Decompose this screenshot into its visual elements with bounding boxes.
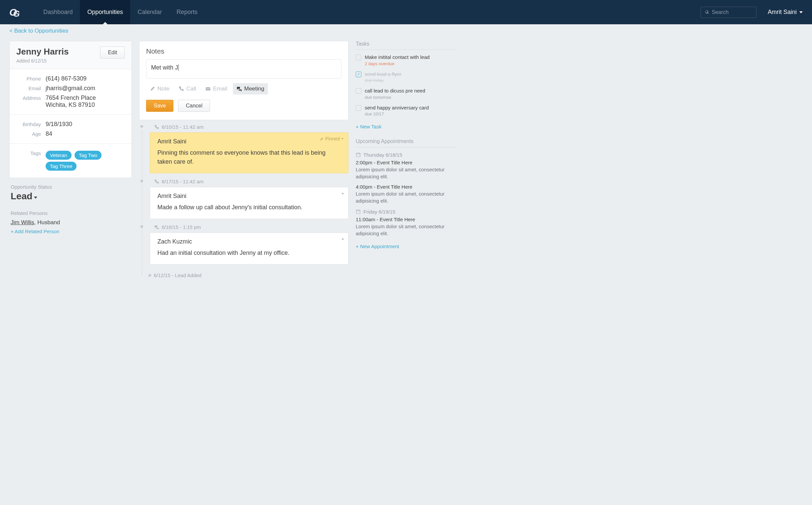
note-type-email[interactable]: Email xyxy=(202,83,231,95)
notes-title: Notes xyxy=(146,47,341,55)
task-checkbox[interactable] xyxy=(356,88,361,94)
tasks-section: Tasks Make initital contact with lead2 d… xyxy=(356,41,457,130)
appointment-date: Thursday 6/18/15 xyxy=(356,152,457,158)
notes-card: Notes Met with J Note Call Email Meeting xyxy=(139,41,348,120)
related-persons: Related Persons Jim Willis, Husband + Ad… xyxy=(9,208,132,237)
tag-pill[interactable]: Tag Two xyxy=(74,151,102,160)
appointment-title: 4:00pm - Event Title Here xyxy=(356,184,457,190)
appointment-item: 2:00pm - Event Title HereLorem ipsum dol… xyxy=(356,160,457,180)
birthday-value: 9/18/1930 xyxy=(45,121,124,128)
timeline-card-menu[interactable] xyxy=(341,235,344,241)
task-item: Make initital contact with lead2 days ov… xyxy=(356,54,457,66)
tags-list: Veteran Tag Two Tag Three xyxy=(45,150,124,172)
timeline-meta: 6/16/15 - 1:15 pm xyxy=(162,224,201,230)
birthday-label: Birthday xyxy=(17,121,45,127)
email-label: Email xyxy=(17,85,45,91)
timeline-card-pinned: Pinned Amrit Saini Pinning this comment … xyxy=(150,132,348,173)
pinned-indicator[interactable]: Pinned xyxy=(319,136,343,141)
chevron-down-icon xyxy=(341,193,344,195)
related-person: Jim Willis, Husband xyxy=(11,219,131,226)
search-input[interactable] xyxy=(712,9,752,15)
age-value: 84 xyxy=(45,130,124,137)
appointment-desc: Lorem ipsum dolor sit amet, consectetur … xyxy=(356,223,457,237)
calendar-icon xyxy=(356,209,361,214)
contact-name: Jenny Harris xyxy=(16,46,69,57)
nav-tabs: Dashboard Opportunities Calendar Reports xyxy=(36,0,205,24)
timeline-card: Zach Kuzmic Had an initial consultation … xyxy=(150,232,348,265)
nav-tab-reports[interactable]: Reports xyxy=(169,0,205,24)
task-item: ✓ send lead a flyerdue today xyxy=(356,71,457,83)
age-label: Age xyxy=(17,130,45,137)
timeline-body: Had an initial consultation with Jenny a… xyxy=(157,248,341,258)
edit-button[interactable]: Edit xyxy=(100,46,125,58)
nav-tab-calendar[interactable]: Calendar xyxy=(130,0,169,24)
tags-label: Tags xyxy=(17,150,45,156)
cancel-button[interactable]: Cancel xyxy=(178,100,210,112)
task-item: send happy anniversary carddue 10/17 xyxy=(356,105,457,117)
chat-icon xyxy=(236,86,242,92)
pencil-icon xyxy=(150,86,155,92)
timeline: 6/10/15 - 11:42 am Pinned Amrit Saini Pi… xyxy=(139,124,348,278)
timeline-author: Zach Kuzmic xyxy=(157,238,341,245)
related-title: Related Persons xyxy=(11,210,131,216)
timeline-card-menu[interactable] xyxy=(341,190,344,196)
appointment-date: Friday 6/19/15 xyxy=(356,209,457,214)
task-checkbox[interactable] xyxy=(356,105,361,111)
phone-icon xyxy=(154,179,159,184)
timeline-end: 6/12/15 - Lead Added xyxy=(154,273,348,278)
timeline-meta: 6/17/15 - 11:42 am xyxy=(162,179,204,184)
save-button[interactable]: Save xyxy=(146,100,173,112)
chat-icon xyxy=(154,225,159,229)
right-column: Tasks Make initital contact with lead2 d… xyxy=(356,41,457,278)
pin-icon xyxy=(319,137,323,141)
appointment-item: 11:00am - Event Title HereLorem ipsum do… xyxy=(356,216,457,237)
note-input[interactable]: Met with J xyxy=(146,59,341,78)
task-checkbox[interactable] xyxy=(356,54,361,60)
task-checkbox[interactable]: ✓ xyxy=(356,71,361,77)
timeline-item: 6/17/15 - 11:42 am Amrit Saini Made a fo… xyxy=(146,179,348,222)
appointment-desc: Lorem ipsum dolor sit amet, consectetur … xyxy=(356,190,457,204)
chevron-down-icon xyxy=(799,11,803,13)
user-menu[interactable]: Amrit Saini xyxy=(768,9,803,16)
address-label: Address xyxy=(17,95,45,101)
chevron-down-icon xyxy=(341,238,344,240)
task-title: send lead a flyer xyxy=(365,71,457,77)
phone-icon xyxy=(179,86,184,92)
appointments-title: Upcoming Appointments xyxy=(356,138,457,147)
search-box[interactable] xyxy=(700,7,757,18)
nav-tab-dashboard[interactable]: Dashboard xyxy=(36,0,80,24)
task-due: 2 days overdue xyxy=(365,61,457,66)
note-type-note[interactable]: Note xyxy=(146,83,173,95)
task-title: call lead to dicuss pre need xyxy=(365,88,457,94)
add-task-link[interactable]: + New Task xyxy=(356,124,382,129)
tag-pill[interactable]: Tag Three xyxy=(45,162,76,171)
timeline-body: Made a follow up call about Jenny's init… xyxy=(157,203,341,212)
nav-tab-opportunities[interactable]: Opportunities xyxy=(80,0,130,24)
status-dropdown[interactable]: Lead xyxy=(11,191,131,202)
phone-icon xyxy=(154,125,159,129)
back-link[interactable]: < Back to Opportunities xyxy=(9,28,68,34)
tag-pill[interactable]: Veteran xyxy=(45,151,71,160)
timeline-item: 6/16/15 - 1:15 pm Zach Kuzmic Had an ini… xyxy=(146,224,348,268)
task-title: send happy anniversary card xyxy=(365,105,457,111)
address-value: 7654 French PlaceWichita, KS 87910 xyxy=(45,95,124,109)
task-title: Make initital contact with lead xyxy=(365,54,457,60)
tasks-title: Tasks xyxy=(356,41,457,50)
add-appointment-link[interactable]: + New Appointment xyxy=(356,243,399,249)
calendar-icon xyxy=(356,152,361,157)
timeline-author: Amrit Saini xyxy=(157,138,341,145)
note-type-meeting[interactable]: Meeting xyxy=(233,83,268,95)
left-column: Jenny Harris Added 6/12/15 Edit Phone(61… xyxy=(9,41,132,278)
appointment-desc: Lorem ipsum dolor sit amet, consectetur … xyxy=(356,166,457,180)
add-related-person-link[interactable]: + Add Related Person xyxy=(11,228,59,234)
timeline-card: Amrit Saini Made a follow up call about … xyxy=(150,187,348,219)
user-name: Amrit Saini xyxy=(768,9,797,16)
related-person-link[interactable]: Jim Willis xyxy=(11,219,34,225)
timeline-author: Amrit Saini xyxy=(157,193,341,200)
chevron-down-icon xyxy=(34,197,37,199)
middle-column: Notes Met with J Note Call Email Meeting xyxy=(139,41,348,278)
note-type-call[interactable]: Call xyxy=(175,83,200,95)
appointments-section: Upcoming Appointments Thursday 6/18/15 2… xyxy=(356,138,457,249)
task-due: due 10/17 xyxy=(365,112,457,117)
search-icon xyxy=(705,10,709,15)
